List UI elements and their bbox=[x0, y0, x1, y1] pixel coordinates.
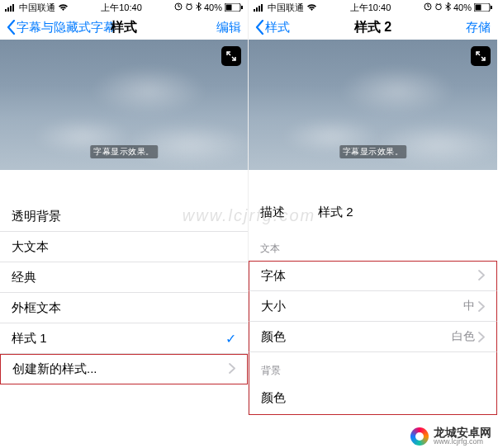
screen-styles-list: 中国联通 上午10:40 40% bbox=[0, 0, 249, 415]
chevron-right-icon bbox=[478, 332, 485, 342]
save-button[interactable]: 存储 bbox=[466, 20, 491, 35]
chevron-right-icon bbox=[478, 301, 485, 312]
nav-bar: 字幕与隐藏式字幕 样式 编辑 bbox=[0, 15, 248, 40]
style-label: 大文本 bbox=[12, 239, 49, 255]
background-section-header: 背景 bbox=[249, 352, 497, 383]
time-label: 上午10:40 bbox=[350, 2, 391, 14]
text-section-header: 文本 bbox=[249, 230, 497, 261]
style-label: 经典 bbox=[12, 270, 36, 285]
signal-icon bbox=[254, 4, 265, 12]
bg-color-row[interactable]: 颜色 bbox=[249, 383, 497, 413]
svg-rect-0 bbox=[5, 9, 7, 12]
bg-color-label: 颜色 bbox=[261, 390, 286, 406]
battery-pct: 40% bbox=[204, 2, 222, 12]
style-row[interactable]: 大文本 bbox=[0, 232, 248, 262]
svg-rect-7 bbox=[226, 5, 232, 11]
chevron-right-icon bbox=[229, 362, 235, 376]
style-label: 样式 1 bbox=[12, 331, 47, 347]
svg-rect-3 bbox=[12, 4, 14, 12]
screen-style-edit: 中国联通 上午10:40 40% 样式 样式 2 存储 bbox=[249, 0, 497, 415]
carrier-label: 中国联通 bbox=[268, 2, 304, 14]
text-color-label: 颜色 bbox=[261, 329, 286, 345]
bluetooth-icon bbox=[445, 2, 451, 12]
battery-icon bbox=[474, 3, 492, 12]
nav-title: 样式 2 bbox=[354, 19, 391, 36]
status-bar: 中国联通 上午10:40 40% bbox=[0, 0, 248, 15]
size-value: 中 bbox=[463, 299, 475, 314]
svg-rect-10 bbox=[256, 7, 258, 12]
nav-title: 样式 bbox=[111, 19, 137, 36]
svg-rect-8 bbox=[241, 6, 243, 9]
svg-rect-16 bbox=[476, 5, 481, 11]
size-row[interactable]: 大小 中 bbox=[249, 291, 497, 322]
expand-button[interactable] bbox=[471, 46, 491, 66]
svg-rect-1 bbox=[7, 7, 9, 12]
svg-rect-2 bbox=[10, 6, 12, 12]
svg-point-14 bbox=[436, 4, 442, 10]
checkmark-icon: ✓ bbox=[225, 331, 236, 347]
wifi-icon bbox=[306, 4, 317, 12]
back-button[interactable]: 样式 bbox=[255, 20, 290, 35]
back-label: 字幕与隐藏式字幕 bbox=[17, 20, 116, 35]
nav-bar: 样式 样式 2 存储 bbox=[249, 15, 497, 40]
expand-button[interactable] bbox=[221, 46, 241, 66]
chevron-left-icon bbox=[7, 20, 16, 35]
orientation-lock-icon bbox=[174, 2, 183, 12]
svg-rect-12 bbox=[261, 4, 263, 12]
style-row[interactable]: 透明背景 bbox=[0, 201, 248, 232]
style-label: 外框文本 bbox=[12, 300, 61, 316]
font-label: 字体 bbox=[261, 268, 286, 284]
svg-rect-11 bbox=[258, 6, 260, 12]
styles-list: 透明背景 大文本 经典 外框文本 样式 1 ✓ 创建新的样式... bbox=[0, 201, 248, 384]
chevron-right-icon bbox=[478, 269, 485, 283]
svg-point-5 bbox=[187, 4, 192, 10]
site-watermark: 龙城安卓网 www.lcjrfg.com bbox=[410, 427, 491, 446]
edit-button[interactable]: 编辑 bbox=[216, 20, 241, 35]
font-row[interactable]: 字体 bbox=[249, 261, 497, 291]
alarm-icon bbox=[185, 2, 193, 12]
caption-sample: 字幕显示效果。 bbox=[339, 145, 407, 158]
create-new-label: 创建新的样式... bbox=[12, 361, 97, 377]
description-row[interactable]: 描述 样式 2 bbox=[249, 195, 497, 230]
chevron-left-icon bbox=[255, 20, 264, 35]
caption-preview: 字幕显示效果。 bbox=[249, 40, 497, 170]
style-row[interactable]: 外框文本 bbox=[0, 293, 248, 323]
svg-rect-9 bbox=[254, 9, 255, 12]
site-title: 龙城安卓网 bbox=[434, 427, 491, 438]
description-key: 描述 bbox=[260, 205, 285, 220]
description-value: 样式 2 bbox=[318, 205, 353, 220]
text-color-row[interactable]: 颜色 白色 bbox=[249, 322, 497, 352]
style-row[interactable]: 经典 bbox=[0, 262, 248, 293]
size-label: 大小 bbox=[261, 299, 286, 314]
back-label: 样式 bbox=[265, 20, 290, 35]
text-color-value: 白色 bbox=[452, 329, 475, 344]
svg-rect-17 bbox=[491, 6, 492, 9]
expand-icon bbox=[225, 50, 237, 62]
battery-icon bbox=[225, 3, 243, 12]
signal-icon bbox=[5, 4, 17, 12]
battery-pct: 40% bbox=[453, 2, 472, 12]
caption-preview: 字幕显示效果。 bbox=[0, 40, 248, 170]
carrier-label: 中国联通 bbox=[19, 2, 55, 14]
create-new-style-row[interactable]: 创建新的样式... bbox=[0, 354, 248, 384]
orientation-lock-icon bbox=[424, 2, 432, 12]
back-button[interactable]: 字幕与隐藏式字幕 bbox=[7, 20, 116, 35]
alarm-icon bbox=[434, 2, 443, 12]
time-label: 上午10:40 bbox=[101, 2, 142, 14]
wifi-icon bbox=[58, 4, 69, 12]
site-logo-icon bbox=[410, 427, 429, 446]
site-url: www.lcjrfg.com bbox=[434, 438, 491, 446]
expand-icon bbox=[475, 50, 486, 62]
status-bar: 中国联通 上午10:40 40% bbox=[249, 0, 497, 15]
style-label: 透明背景 bbox=[12, 209, 61, 224]
bluetooth-icon bbox=[196, 2, 202, 12]
caption-sample: 字幕显示效果。 bbox=[90, 145, 158, 158]
style-row[interactable]: 样式 1 ✓ bbox=[0, 323, 248, 354]
